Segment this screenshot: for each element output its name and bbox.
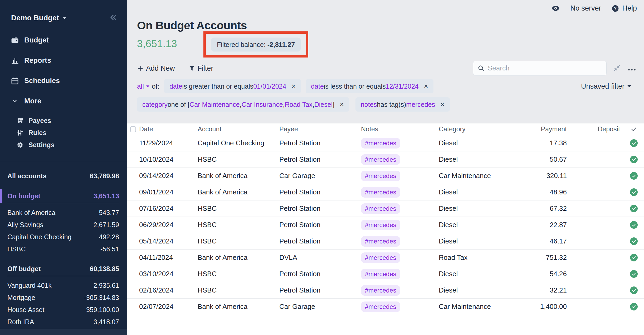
cell-cleared [624,188,644,196]
cleared-status-icon[interactable] [630,286,638,294]
collapse-sidebar-icon[interactable] [109,13,118,23]
sidebar-account-vanguard-401k[interactable]: Vanguard 401k2,935.61 [7,279,119,291]
cell-date: 05/14/2024 [139,237,198,245]
sidebar-account-house-asset[interactable]: House Asset359,100.00 [7,304,119,316]
column-header-account[interactable]: Account [198,125,279,133]
filter-field-value: Car Insurance [242,101,283,108]
column-header-category[interactable]: Category [439,125,529,133]
sidebar-account-bank-of-america[interactable]: Bank of America543.77 [7,207,119,219]
remove-filter-icon[interactable]: × [424,82,428,90]
cleared-status-icon[interactable] [630,221,638,229]
select-all-checkbox[interactable] [130,126,136,132]
add-new-button[interactable]: Add New [137,64,175,73]
cleared-status-icon[interactable] [630,270,638,278]
column-header-date[interactable]: Date [139,125,198,133]
sidebar-item-schedules[interactable]: Schedules [0,75,127,87]
search-input[interactable] [488,64,593,72]
table-row[interactable]: 03/10/2024HSBCPetrol Station#mercedesDie… [127,266,644,282]
sidebar-item-budget[interactable]: Budget [0,34,127,46]
sidebar-item-settings[interactable]: Settings [0,139,127,151]
note-tag[interactable]: #mercedes [361,285,400,296]
cleared-status-icon[interactable] [630,172,638,180]
table-row[interactable]: 09/14/2024Bank of AmericaCar Garage#merc… [127,168,644,184]
sidebar-account-capital-one-checking[interactable]: Capital One Checking492.28 [7,231,119,243]
column-header-payee[interactable]: Payee [279,125,361,133]
more-options-icon[interactable] [628,68,636,72]
cleared-status-icon[interactable] [630,205,638,212]
table-row[interactable]: 11/29/2024Capital One CheckingPetrol Sta… [127,135,644,151]
filter-condition-chip[interactable]: notes has tag(s) mercedes× [355,97,450,112]
column-header-payment[interactable]: Payment [529,125,569,133]
filter-conditions-row-1: all of: date is greater than or equals 0… [137,79,433,93]
sidebar-account-hsbc[interactable]: HSBC-56.51 [7,243,119,255]
account-label: House Asset [7,306,44,314]
total-balance[interactable]: 3,651.13 [137,38,177,50]
note-tag[interactable]: #mercedes [361,187,400,198]
table-row[interactable]: 02/16/2024HSBCPetrol Station#mercedesDie… [127,282,644,299]
table-row[interactable]: 05/14/2024HSBCPetrol Station#mercedesDie… [127,233,644,250]
help-button[interactable]: ? Help [612,4,637,12]
note-tag[interactable]: #mercedes [361,236,400,247]
cell-payee: Petrol Station [279,237,361,245]
sidebar-item-reports[interactable]: Reports [0,55,127,66]
account-label: Capital One Checking [7,233,71,241]
remove-filter-icon[interactable]: × [340,100,344,109]
filter-match-value[interactable]: all [137,82,144,90]
cleared-status-icon[interactable] [630,156,638,163]
filter-field-value: 01/01/2024 [253,83,286,90]
cleared-status-icon[interactable] [630,188,638,196]
sidebar-account-roth-ira[interactable]: Roth IRA3,418.07 [7,316,119,328]
cleared-status-icon[interactable] [630,303,638,310]
sidebar-item-rules[interactable]: Rules [0,127,127,139]
sidebar-account-on-budget[interactable]: On budget3,651.13 [7,190,119,202]
note-tag[interactable]: #mercedes [361,269,400,279]
cleared-check-icon[interactable] [624,126,644,132]
table-row[interactable]: 06/29/2024HSBCPetrol Station#mercedesDie… [127,217,644,233]
filter-chips-group-1: date is greater than or equals 01/01/202… [164,79,433,93]
table-row[interactable]: 07/16/2024HSBCPetrol Station#mercedesDie… [127,200,644,217]
note-tag[interactable]: #mercedes [361,171,400,181]
table-row[interactable]: 04/11/2024Bank of AmericaDVLA#mercedesRo… [127,250,644,266]
filter-condition-chip[interactable]: date is less than or equals 12/31/2024× [306,79,433,93]
cell-category: Diesel [439,221,529,229]
budget-file-switcher[interactable]: Demo Budget [11,14,66,22]
shrink-transactions-icon[interactable] [613,64,621,73]
filter-condition-chip[interactable]: date is greater than or equals 01/01/202… [164,79,301,93]
sidebar-account-mortgage[interactable]: Mortgage-305,314.83 [7,291,119,304]
note-tag[interactable]: #mercedes [361,203,400,214]
sidebar-item-more[interactable]: More [0,95,127,107]
remove-filter-icon[interactable]: × [440,100,445,109]
note-tag[interactable]: #mercedes [361,138,400,149]
cell-notes: #mercedes [361,269,439,279]
sidebar-account-off-budget[interactable]: Off budget60,138.85 [7,262,119,275]
filtered-balance-pill[interactable]: Filtered balance: -2,811.27 [211,37,301,51]
filter-button[interactable]: Filter [189,64,213,73]
cell-payee: Petrol Station [279,270,361,278]
sidebar-account-all-accounts[interactable]: All accounts63,789.98 [7,170,119,182]
cell-category: Car Maintenance [439,172,529,180]
privacy-eye-icon[interactable] [552,5,560,11]
sidebar-footer [0,329,127,335]
note-tag[interactable]: #mercedes [361,252,400,263]
sidebar-item-payees[interactable]: Payees [0,114,127,127]
cleared-status-icon[interactable] [630,139,638,147]
cell-account: Bank of America [198,172,279,180]
cleared-status-icon[interactable] [630,254,638,261]
server-status[interactable]: No server [570,4,601,12]
table-row[interactable]: 02/07/2024Bank of AmericaCar Garage#merc… [127,299,644,315]
column-header-deposit[interactable]: Deposit [569,125,624,133]
cleared-status-icon[interactable] [630,237,638,245]
table-row[interactable]: 09/01/2024Bank of AmericaPetrol Station#… [127,184,644,200]
cell-date: 11/29/2024 [139,139,198,147]
filter-condition-chip[interactable]: category one of [Car Maintenance, Car In… [137,97,349,112]
sidebar-account-ally-savings[interactable]: Ally Savings2,671.59 [7,219,119,231]
unsaved-filter-menu[interactable]: Unsaved filter [581,79,631,93]
filter-match-suffix: of: [152,82,159,90]
note-tag[interactable]: #mercedes [361,154,400,165]
table-row[interactable]: 10/10/2024HSBCPetrol Station#mercedesDie… [127,151,644,168]
column-header-notes[interactable]: Notes [361,125,439,133]
filter-match-selector[interactable]: all of: [137,82,159,90]
note-tag[interactable]: #mercedes [361,302,400,312]
remove-filter-icon[interactable]: × [291,82,296,90]
note-tag[interactable]: #mercedes [361,220,400,230]
